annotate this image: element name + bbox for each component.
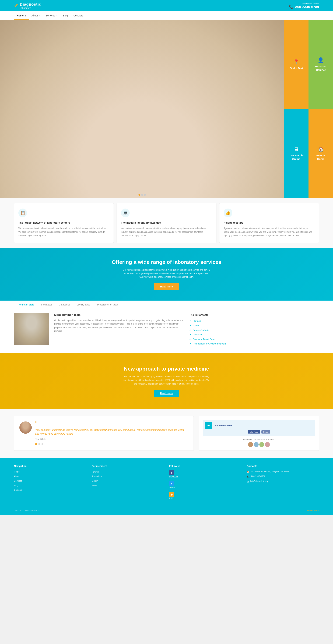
friend-avatars [203,442,315,447]
hero-cards: 📍 Find a Test 👤 Personal Cabinet 🖥 Get R… [284,20,333,198]
check-icon-uric: ✔ [189,333,192,336]
testimonial-section: " Your company understands today's requi… [0,409,333,458]
friend-avatar-3 [259,442,264,447]
hero-dot-2[interactable] [141,194,143,196]
footer-signin[interactable]: Sign In [92,479,164,482]
personal-cabinet-icon: 👤 [318,57,324,63]
footer-privacy-link[interactable]: Privacy Policy [307,509,319,512]
footer-nav-col: Navigation Home About Services Blog Cont… [14,465,86,502]
network-title: The largest network of laboratory center… [18,221,109,224]
footer-promotions[interactable]: Promotions [92,475,164,478]
testimonial-dot-1[interactable] [35,443,37,445]
svg-rect-12 [26,330,30,335]
tips-icon: 👍 [224,208,232,217]
footer-rss-link[interactable]: ◉ RSS [169,492,242,500]
address-text: 4578 Marmora Road,Glasgow D04 89GR [251,470,290,473]
footer-facebook-link[interactable]: f Facebook [169,470,242,478]
like-button[interactable]: Like Page [248,430,260,434]
tab-list-content: The list of tests ✔ Flu tests ✔ Glucose … [189,313,319,346]
footer-nav-about[interactable]: About [14,475,86,478]
list-item-semen[interactable]: ✔ Semen Analysis [189,328,319,332]
footer-forums[interactable]: Forums [92,470,164,474]
tests-home-card[interactable]: 🏠 Tests at Home [308,109,333,198]
tab-content-image [14,313,49,345]
header: ✔ Diagnostic Laboratory Information Serv… [0,0,333,11]
social-preview: TM TemplateMonster Like Page Share [203,420,315,436]
list-item-glucose[interactable]: ✔ Glucose [189,323,319,328]
twitter-icon: t [169,481,174,486]
personal-cabinet-label: Personal Cabinet [312,65,330,72]
tips-text: If you are nervous or have a tendency to… [224,226,315,237]
social-card: TM TemplateMonster Like Page Share Be th… [199,416,319,451]
hero-svg [0,20,284,198]
list-item-cbc[interactable]: ✔ Complete Blood Count [189,337,319,342]
tab-preparation[interactable]: Preparation for tests [94,300,121,309]
footer-nav-contacts[interactable]: Contacts [14,488,86,492]
rss-icon: ◉ [169,492,174,497]
svg-point-10 [24,317,36,330]
find-test-icon: 📍 [293,59,300,65]
svg-point-6 [71,113,112,158]
check-icon-hemoglobin: ✔ [189,342,192,345]
find-test-card[interactable]: 📍 Find a Test [284,20,308,109]
testimonial-pagination [35,443,188,445]
yellow-banner-read-more[interactable]: Read more [154,390,179,397]
phone-number: 📞 800-2345-6789 [289,5,319,9]
yellow-banner: New approach to private medicine We aim … [0,353,333,409]
check-icon-glucose: ✔ [189,324,192,327]
svg-point-2 [84,42,129,92]
feature-facilities: 💻 The modern laboratory facilities We've… [116,203,216,243]
tabs-section: The list of tests Find a test Get result… [0,300,333,353]
hero-pagination [138,194,146,196]
phone-footer-icon: 📞 [247,476,250,478]
tab-main-description: Our laboratory provides comprehensive, m… [54,318,184,333]
nav-services[interactable]: Services ▾ [43,11,60,20]
list-item-flu[interactable]: ✔ Flu tests [189,319,319,323]
list-item-uric[interactable]: ✔ Uric Acid [189,332,319,337]
footer-news[interactable]: News [92,484,164,487]
footer-nav-title: Navigation [14,465,86,468]
testimonial-dot-2[interactable] [38,443,40,445]
about-arrow-icon: ▾ [39,15,40,17]
address-icon: 🏠 [247,470,250,474]
testimonial-dot-3[interactable] [42,443,43,445]
footer-nav-services[interactable]: Services [14,479,86,482]
feature-tips: 👍 Helpful test tips If you are nervous o… [219,203,319,243]
nav-contacts[interactable]: Contacts [71,11,86,20]
hero-dot-1[interactable] [138,194,140,196]
footer-nav-blog[interactable]: Blog [14,484,86,487]
nav-about[interactable]: About ▾ [29,11,43,20]
facebook-label: Facebook [169,476,178,478]
wide-banner-read-more[interactable]: Read more [154,283,179,290]
tab-get-results[interactable]: Get results [55,300,73,309]
tests-home-icon: 🏠 [318,146,324,152]
logo-checkmark-icon: ✔ [14,3,18,8]
svg-rect-9 [14,313,49,345]
quote-mark-icon: " [35,422,188,426]
facebook-icon: f [169,470,174,475]
nav-blog[interactable]: Blog [60,11,71,20]
network-text: We have contracts with laboratories all … [18,226,109,237]
tab-loyalty-cards[interactable]: Loyalty cards [73,300,94,309]
list-item-hemoglobin[interactable]: ✔ Hemoglobin or Glycohemoglobin [189,342,319,346]
svg-rect-11 [24,330,38,345]
yellow-banner-title: New approach to private medicine [14,365,319,372]
check-icon-flu: ✔ [189,320,192,322]
svg-rect-1 [0,20,284,198]
testimonial-name: Tina White [35,438,188,440]
logo-name: Diagnostic [20,2,41,7]
share-button[interactable]: Share [262,430,270,434]
social-actions: Like Page Share [205,430,313,434]
get-result-label: Get Result Online [288,154,305,160]
hero-dot-3[interactable] [144,194,146,196]
get-result-card[interactable]: 🖥 Get Result Online [284,109,308,198]
tab-find-a-test[interactable]: Find a test [38,300,55,309]
check-icon-cbc: ✔ [189,338,192,341]
wide-banner: Offering a wide range of laboratory serv… [0,248,333,300]
footer-nav-home[interactable]: Home [14,470,86,474]
nav-home[interactable]: Home ▾ [14,11,29,20]
tab-list-of-tests[interactable]: The list of tests [14,300,38,309]
footer-twitter-link[interactable]: t Twitter [169,481,242,489]
personal-cabinet-card[interactable]: 👤 Personal Cabinet [308,20,333,109]
twitter-label: Twitter [169,486,175,489]
